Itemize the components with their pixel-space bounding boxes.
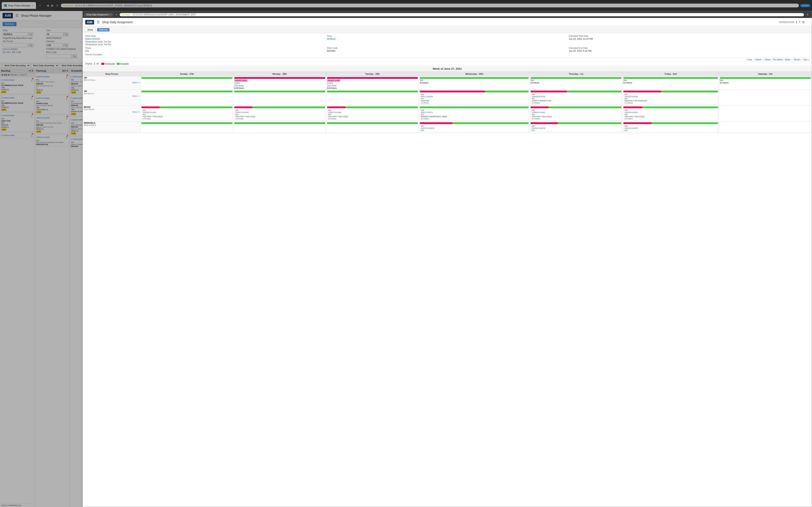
wo-sub-num: 003: [143, 113, 231, 116]
hours-text: 8.0 Hours: [720, 82, 728, 84]
wo-id[interactable]: 120639-012492: [143, 111, 156, 113]
wo-num: 800: [531, 93, 535, 96]
day-cell-sun: 800 120639-012492 003 TOO HOT / TOO COLD…: [141, 106, 234, 121]
sda-toolbar: Done Refresh: [83, 26, 812, 33]
person-more-link[interactable]: More >>: [84, 111, 140, 113]
wo-entry: 800 202212-014878 001: [623, 124, 718, 132]
sda-hamburger[interactable]: ☰: [97, 20, 100, 24]
cal-this-week[interactable]: This Week: [773, 59, 782, 61]
hours-text: 8.00 Hours: [327, 87, 337, 89]
wo-id[interactable]: 160428-013106: [531, 96, 545, 98]
table-row: JW BRUCE BALL More >> Posted Leave 11971…: [83, 76, 812, 90]
day-cell-sat: [719, 90, 812, 106]
person-cell: JW BRUCE BALL More >>: [83, 76, 141, 90]
wo-id[interactable]: W021-015084: [421, 96, 433, 98]
wo-num: 800: [420, 79, 423, 81]
leave-id[interactable]: 11971: [234, 82, 240, 84]
wo-id[interactable]: 202212-014878: [624, 127, 638, 129]
col-sunday: Sunday - 27th: [141, 72, 234, 76]
sda-header: AiM ☰ Shop Daily Assignment SUPERVISOR ℹ…: [83, 18, 812, 26]
table-row: MDSIK SAM SMITH More >> 800 120639-01249…: [83, 106, 812, 121]
wo-entry: 800 120639-012492 003 TOO HOT / TOO COLD…: [623, 109, 718, 120]
wo-hours: 1.0 Hours: [624, 102, 717, 104]
col-tuesday: Tuesday - 29th: [326, 72, 419, 76]
col-friday: Friday - 2nd: [622, 72, 719, 76]
day-cell-fri: 800 120639-012492 003 TOO HOT / TOO COLD…: [622, 106, 719, 121]
cal-week-next[interactable]: Week ›: [785, 59, 792, 61]
legend-scheduled: Scheduled: [101, 63, 115, 65]
display-row: Display: 1 All: [85, 62, 99, 65]
wo-num: 800: [624, 109, 627, 111]
wo-id[interactable]: 120639-012492: [624, 111, 638, 113]
vacation-text: VACATION: [327, 85, 337, 87]
wo-id[interactable]: 202212-014878: [531, 127, 545, 129]
wo-id[interactable]: 160428-013649: [624, 96, 638, 98]
sda-settings[interactable]: ⚙: [805, 13, 810, 16]
day-cell-thu: 800 120639-012492 003 TOO HOT / TOO COLD…: [530, 106, 622, 121]
scheduled-color: [101, 63, 104, 65]
sda-tab[interactable]: Shop Daily Assignment ✕: [84, 13, 113, 16]
col-thursday: Thursday - 1st: [530, 72, 622, 76]
cal-year-prev[interactable]: « Year: [746, 59, 752, 61]
sda-tab-title: Shop Daily Assignment: [87, 13, 108, 16]
wo-num: 800: [624, 125, 627, 127]
sda-favorite-icon[interactable]: ☆: [807, 20, 809, 24]
cal-month-next[interactable]: Month ›: [794, 59, 801, 61]
sda-browser-bar: Shop Daily Assignment ✕ + Not Secure 10.…: [83, 11, 812, 18]
wo-id[interactable]: 120639-012492: [531, 111, 545, 113]
cal-month-prev[interactable]: ‹ Month: [755, 59, 762, 61]
sda-tab-close[interactable]: ✕: [109, 13, 111, 16]
person-id: JW: [84, 90, 140, 93]
day-cell-fri: 800 8.0 Hours: [622, 76, 719, 90]
wo-est-end-label: Estimated End Date: [569, 47, 809, 49]
posted-leave: Posted Leave: [234, 79, 248, 82]
day-cell-mon: Posted Leave 11971 VACATION 8.00 Hours: [233, 76, 326, 90]
posted-leave: Posted Leave: [327, 79, 341, 82]
wo-type: SAFETY INSPECTION: [531, 100, 620, 102]
wo-order-value[interactable]: W021-015163: [85, 38, 326, 40]
sda-header-right: SUPERVISOR ℹ ? ⚙ ☆: [779, 20, 809, 24]
wo-entry: 800 160428-013106 001 SAFETY INSPECTION …: [530, 93, 621, 105]
done-button[interactable]: Done: [85, 28, 95, 32]
wo-sub-num: 001: [531, 98, 620, 100]
wo-desc: RODENT DROPPINGS, NEED: [421, 116, 527, 118]
sda-help-icon[interactable]: ?: [799, 20, 800, 24]
wo-id[interactable]: 202212-014878: [421, 127, 434, 129]
sda-secure-indicator: Not Secure: [121, 14, 131, 16]
wo-id[interactable]: W021-015371: [421, 111, 433, 113]
cal-year-next[interactable]: Year »: [803, 59, 809, 61]
sda-info-icon[interactable]: ℹ: [796, 20, 797, 24]
sda-address-bar[interactable]: Not Secure 10.211.55.2:8080/fmax/screen/…: [120, 13, 804, 16]
day-cell-wed: 800 W021-015084 001 CUSTOM 1.0 Hours: [419, 90, 530, 106]
display-legend-row: Display: 1 All Scheduled Available: [83, 62, 812, 66]
day-cell-tue: 800 120672-012492 003 TOO HOT / TOO COLD…: [326, 106, 419, 121]
display-all-link[interactable]: All: [96, 62, 99, 65]
wo-hours: 1.0 Hours: [421, 102, 527, 104]
wo-id[interactable]: 120672-012492: [328, 111, 342, 113]
wo-id[interactable]: 120672-012492: [235, 111, 249, 113]
wo-shop-label: Shop: [327, 35, 567, 37]
wo-num: 800: [720, 79, 723, 81]
wo-field-work-code: Work Code REPAIR: [327, 47, 567, 52]
person-more-link[interactable]: More >>: [84, 95, 140, 97]
day-cell-fri: 800 202212-014878 001: [622, 121, 719, 133]
wo-shop-value[interactable]: MOBILE: [327, 38, 567, 40]
wo-phase-value[interactable]: 001: [85, 50, 326, 52]
sda-new-tab[interactable]: +: [114, 12, 118, 17]
person-more-link[interactable]: More >>: [84, 81, 140, 83]
wo-type: CUSTOM: [421, 100, 527, 102]
wo-entry: 800 202212-014878 001: [420, 124, 529, 132]
cal-week-prev[interactable]: ‹ Week: [764, 59, 770, 61]
wo-field-order: Work Order W021-015163 Temperature Issue…: [85, 35, 326, 46]
sda-settings-icon[interactable]: ⚙: [802, 20, 805, 24]
day-cell-mon: [233, 121, 326, 133]
wo-desc: TOO HOT / TOO COLD: [531, 116, 620, 118]
sda-refresh-button[interactable]: Refresh: [97, 28, 109, 32]
person-name: JIM WILLIS: [84, 93, 140, 95]
day-cell-tue: Posted Leave 11972 VACATION 8.00 Hours: [326, 76, 419, 90]
leave-id[interactable]: 11972: [327, 82, 333, 84]
wo-hours: 0.5 Hours: [531, 118, 620, 120]
person-id: MMMOBILE: [84, 122, 140, 124]
day-cell-thu: 800 8.0 Hours: [530, 76, 622, 90]
available-color: [117, 63, 120, 65]
